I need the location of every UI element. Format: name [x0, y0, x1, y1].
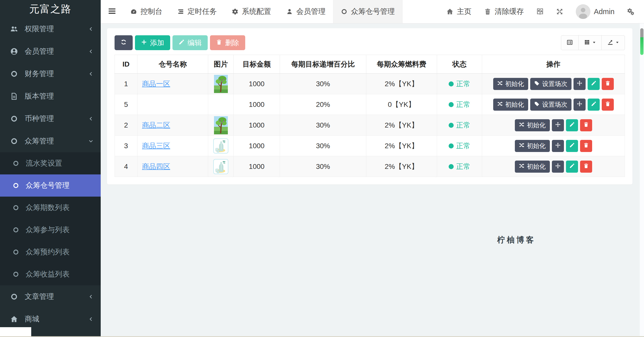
- sidebar-item-crowdfund-warehouse[interactable]: 众筹仓号管理: [0, 174, 101, 197]
- sidebar-item-label: 众筹仓号管理: [26, 180, 69, 191]
- app-window: 元富之路 权限管理会员管理财务管理版本管理币种管理众筹管理流水奖设置众筹仓号管理…: [0, 0, 644, 337]
- topbar-home-button[interactable]: 主页: [440, 0, 478, 23]
- detail-view-button[interactable]: [561, 35, 579, 50]
- move-button[interactable]: [574, 78, 586, 90]
- sidebar: 元富之路 权限管理会员管理财务管理版本管理币种管理众筹管理流水奖设置众筹仓号管理…: [0, 0, 101, 337]
- edit-button[interactable]: [588, 99, 600, 111]
- circle-icon: [10, 137, 18, 145]
- move-button[interactable]: [552, 140, 564, 152]
- move-button[interactable]: [552, 161, 564, 173]
- sidebar-toggle-button[interactable]: [101, 0, 123, 23]
- table-row[interactable]: 1商品一区100030%2%【YK】正常初始化设置场次: [115, 74, 625, 94]
- init-button[interactable]: 初始化: [493, 78, 528, 90]
- move-button[interactable]: [552, 119, 564, 131]
- sidebar-item-finance[interactable]: 财务管理: [0, 63, 101, 85]
- tree-thumbnail[interactable]: [214, 75, 228, 93]
- column-header-1[interactable]: 仓号名称: [137, 55, 208, 74]
- pencil-icon: [569, 163, 575, 170]
- column-header-2[interactable]: 图片: [208, 55, 234, 74]
- init-button[interactable]: 初始化: [515, 140, 550, 152]
- add-button[interactable]: 添加: [135, 35, 170, 50]
- columns-button[interactable]: [579, 35, 602, 50]
- tab-member-management[interactable]: 会员管理: [279, 0, 333, 23]
- column-header-3[interactable]: 目标金额: [234, 55, 280, 74]
- delete-button[interactable]: [580, 161, 592, 173]
- move-icon: [577, 80, 582, 87]
- topbar-user-menu[interactable]: Admin: [569, 0, 621, 23]
- topbar-language-button[interactable]: [530, 0, 550, 23]
- sidebar-item-members[interactable]: 会员管理: [0, 40, 101, 63]
- tree-thumbnail[interactable]: [214, 116, 228, 134]
- sidebar-item-label: 会员管理: [25, 46, 89, 56]
- cell-increase-percent: 20%: [280, 94, 366, 115]
- table-row[interactable]: 2商品二区100030%2%【YK】正常初始化: [115, 115, 625, 136]
- table-row[interactable]: 4商品四区100030%2%【YK】正常初始化: [115, 156, 625, 177]
- sidebar-item-crowdfund-income[interactable]: 众筹收益列表: [0, 263, 101, 285]
- edit-button[interactable]: [566, 140, 578, 152]
- tab-system-config[interactable]: 系统配置: [224, 0, 279, 23]
- sidebar-item-flow-award-settings[interactable]: 流水奖设置: [0, 152, 101, 174]
- export-button[interactable]: [602, 35, 625, 50]
- init-button[interactable]: 初始化: [515, 161, 550, 173]
- move-button[interactable]: [574, 99, 586, 111]
- sidebar-item-articles[interactable]: 文章管理: [0, 285, 101, 308]
- cell-fuel-fee: 2%【YK】: [366, 156, 437, 177]
- column-header-4[interactable]: 每期目标递增百分比: [280, 55, 366, 74]
- delete-button[interactable]: [580, 119, 592, 131]
- warehouse-link[interactable]: 商品四区: [142, 163, 170, 170]
- edit-button[interactable]: [566, 119, 578, 131]
- table-row[interactable]: 3商品三区100030%2%【YK】正常初始化: [115, 136, 625, 156]
- sidebar-item-label: 众筹管理: [25, 136, 89, 146]
- session-button-label: 设置场次: [542, 100, 567, 109]
- circle-icon: [10, 70, 18, 78]
- init-button[interactable]: 初始化: [493, 99, 528, 111]
- home-icon: [10, 315, 18, 323]
- bottle-thumbnail[interactable]: [213, 138, 228, 154]
- sidebar-item-permissions[interactable]: 权限管理: [0, 18, 101, 40]
- sidebar-item-crowdfund-reservation[interactable]: 众筹预约列表: [0, 241, 101, 263]
- sidebar-item-version[interactable]: 版本管理: [0, 85, 101, 107]
- sidebar-item-mall[interactable]: 商城: [0, 308, 101, 330]
- edit-button[interactable]: [566, 161, 578, 173]
- delete-button[interactable]: [580, 140, 592, 152]
- bottle-thumbnail[interactable]: [213, 159, 228, 174]
- chevron-left-icon: [89, 47, 93, 55]
- tab-scheduled-tasks[interactable]: 定时任务: [170, 0, 224, 23]
- scrollbar-thumb[interactable]: [640, 28, 643, 55]
- column-header-5[interactable]: 每期众筹燃料费: [366, 55, 437, 74]
- tab-dashboard[interactable]: 控制台: [123, 0, 170, 23]
- sidebar-item-crowdfund-periods[interactable]: 众筹期数列表: [0, 197, 101, 219]
- init-button[interactable]: 初始化: [515, 119, 550, 131]
- session-button[interactable]: 设置场次: [530, 99, 571, 111]
- sidebar-item-label: 文章管理: [25, 292, 89, 302]
- caret-down-icon: [592, 40, 596, 45]
- warehouse-link[interactable]: 商品二区: [142, 121, 170, 129]
- column-header-7[interactable]: 操作: [482, 55, 625, 74]
- topbar-fullscreen-button[interactable]: [550, 0, 569, 23]
- warehouse-link[interactable]: 商品一区: [142, 80, 170, 88]
- refresh-button[interactable]: [115, 35, 133, 50]
- cell-image: [208, 94, 234, 115]
- delete-button[interactable]: [602, 78, 614, 90]
- sidebar-item-crowdfund[interactable]: 众筹管理: [0, 130, 101, 152]
- cell-target-amount: 1000: [234, 115, 280, 136]
- edit-button[interactable]: [588, 78, 600, 90]
- plus-icon: [141, 39, 147, 47]
- warehouse-table: ID仓号名称图片目标金额每期目标递增百分比每期众筹燃料费状态操作 1商品一区10…: [115, 55, 625, 177]
- tags-icon: [534, 101, 540, 108]
- sidebar-item-crowdfund-participation[interactable]: 众筹参与列表: [0, 219, 101, 241]
- cell-target-amount: 1000: [234, 74, 280, 94]
- tab-crowdfund-warehouse[interactable]: 众筹仓号管理: [333, 0, 403, 23]
- session-button[interactable]: 设置场次: [530, 78, 571, 90]
- table-row[interactable]: 5100020%0【YK】正常初始化设置场次: [115, 94, 625, 115]
- topbar-clear-cache-button[interactable]: 清除缓存: [478, 0, 530, 23]
- sidebar-item-currency[interactable]: 币种管理: [0, 107, 101, 130]
- chevron-left-icon: [89, 114, 93, 123]
- cell-status: 正常: [437, 94, 482, 115]
- topbar-clear-cache-label: 清除缓存: [495, 7, 524, 17]
- delete-button[interactable]: [602, 99, 614, 111]
- topbar-settings-button[interactable]: [621, 0, 640, 23]
- column-header-0[interactable]: ID: [115, 55, 137, 74]
- column-header-6[interactable]: 状态: [437, 55, 482, 74]
- warehouse-link[interactable]: 商品三区: [142, 142, 170, 150]
